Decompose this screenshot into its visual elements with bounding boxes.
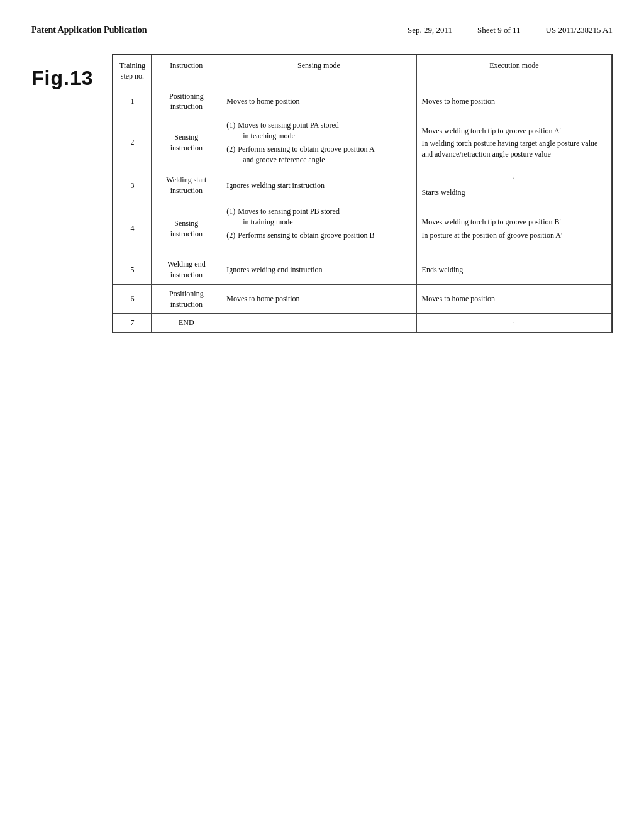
execution-7: · <box>416 314 611 333</box>
table-header-row: Trainingstep no. Instruction Sensing mod… <box>113 55 612 87</box>
sensing-7 <box>221 314 416 333</box>
instruction-5: Welding endinstruction <box>152 255 221 285</box>
sensing-3: Ignores welding start instruction <box>221 169 416 202</box>
col-header-instruction: Instruction <box>152 55 221 87</box>
execution-2: Moves welding torch tip to groove positi… <box>416 116 611 169</box>
figure-table: Trainingstep no. Instruction Sensing mod… <box>112 54 613 333</box>
execution-6: Moves to home position <box>416 284 611 314</box>
header-right: Sep. 29, 2011 Sheet 9 of 11 US 2011/2382… <box>408 25 613 35</box>
step-7: 7 <box>113 314 152 333</box>
step-6: 6 <box>113 284 152 314</box>
step-4: 4 <box>113 202 152 255</box>
sensing-2: (1) Moves to sensing point PA storedin t… <box>221 116 416 169</box>
page-header: Patent Application Publication Sep. 29, … <box>31 25 613 35</box>
content-area: Fig.13 Trainingstep no. Instruction Sens… <box>31 54 613 333</box>
instruction-3: Welding startinstruction <box>152 169 221 202</box>
instruction-1: Positioninginstruction <box>152 87 221 116</box>
publication-label: Patent Application Publication <box>31 25 147 35</box>
col-header-sensing: Sensing mode <box>221 55 416 87</box>
table-row: 7 END · <box>113 314 612 333</box>
execution-5: Ends welding <box>416 255 611 285</box>
table-row: 3 Welding startinstruction Ignores weldi… <box>113 169 612 202</box>
sensing-2-item1: (1) Moves to sensing point PA storedin t… <box>226 120 411 141</box>
table-row: 2 Sensinginstruction (1) Moves to sensin… <box>113 116 612 169</box>
instruction-2: Sensinginstruction <box>152 116 221 169</box>
figure-label: Fig.13 <box>31 67 93 90</box>
sensing-4-item1: (1) Moves to sensing point PB storedin t… <box>226 206 411 228</box>
col-header-step: Trainingstep no. <box>113 55 152 87</box>
step-2: 2 <box>113 116 152 169</box>
table-row: 1 Positioninginstruction Moves to home p… <box>113 87 612 116</box>
sheet-info: Sheet 9 of 11 <box>477 25 520 35</box>
page: Patent Application Publication Sep. 29, … <box>0 0 644 830</box>
sensing-1: Moves to home position <box>221 87 416 116</box>
table-row: 5 Welding endinstruction Ignores welding… <box>113 255 612 285</box>
sensing-6: Moves to home position <box>221 284 416 314</box>
step-5: 5 <box>113 255 152 285</box>
publication-date: Sep. 29, 2011 <box>408 25 452 35</box>
sensing-5: Ignores welding end instruction <box>221 255 416 285</box>
instruction-6: Positioninginstruction <box>152 284 221 314</box>
sensing-2-item2: (2) Performs sensing to obtain groove po… <box>226 144 411 165</box>
execution-1: Moves to home position <box>416 87 611 116</box>
sensing-4-item2: (2) Performs sensing to obtain groove po… <box>226 230 411 252</box>
execution-3: · Starts welding <box>416 169 611 202</box>
instruction-7: END <box>152 314 221 333</box>
patent-number: US 2011/238215 A1 <box>546 25 613 35</box>
step-1: 1 <box>113 87 152 116</box>
table-row: 6 Positioninginstruction Moves to home p… <box>113 284 612 314</box>
col-header-execution: Execution mode <box>416 55 611 87</box>
instruction-4: Sensinginstruction <box>152 202 221 255</box>
sensing-4: (1) Moves to sensing point PB storedin t… <box>221 202 416 255</box>
table-row: 4 Sensinginstruction (1) Moves to sensin… <box>113 202 612 255</box>
execution-4: Moves welding torch tip to groove positi… <box>416 202 611 255</box>
step-3: 3 <box>113 169 152 202</box>
